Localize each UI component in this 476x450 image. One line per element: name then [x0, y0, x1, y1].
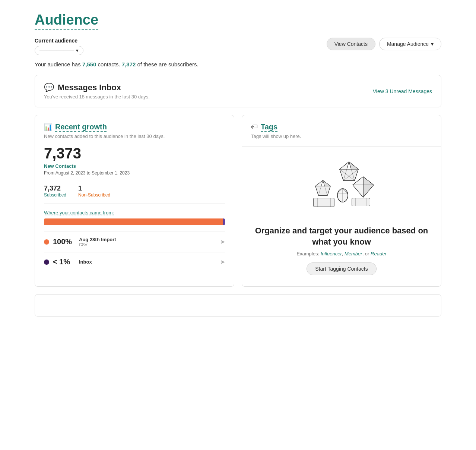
tags-title[interactable]: Tags [261, 123, 277, 131]
progress-bar-purple [223, 218, 225, 225]
source-dot-purple [44, 259, 49, 265]
non-subscribed-count: 1 [78, 185, 110, 192]
source-dot-orange [44, 239, 49, 245]
total-contacts: 7,550 [82, 61, 96, 67]
subscribed-stat: 7,372 Subscribed [44, 185, 66, 198]
svg-marker-28 [363, 177, 374, 197]
source1-type: CSV [79, 242, 116, 247]
messages-inbox-title-row: 💬 Messages Inbox [44, 83, 150, 92]
date-range: From August 2, 2023 to September 1, 2023 [44, 170, 225, 176]
recent-growth-card: 📊 Recent growth New contacts added to th… [35, 115, 234, 287]
subscribers-count: 7,372 [122, 61, 136, 67]
audience-summary-prefix: Your audience has [35, 61, 82, 67]
tags-title-row: 🏷 Tags [251, 123, 432, 131]
comma1: , [342, 251, 345, 257]
tags-cta-subtitle: Examples: Influencer, Member, or Reader [296, 251, 386, 257]
two-col-layout: 📊 Recent growth New contacts added to th… [35, 115, 441, 287]
svg-rect-15 [314, 198, 334, 207]
source2-pct: < 1% [53, 258, 75, 266]
example-reader: Reader [371, 251, 387, 257]
svg-marker-11 [315, 186, 330, 195]
non-subscribed-stat: 1 Non-Subscribed [78, 185, 110, 198]
messages-inbox-left: 💬 Messages Inbox You've received 18 mess… [44, 83, 150, 100]
comma2: , or [362, 251, 371, 257]
source1-name: Aug 28th Import [79, 237, 116, 242]
growth-big-number: 7,373 [44, 145, 225, 162]
source1-pct: 100% [53, 237, 75, 246]
new-contacts-label: New Contacts [44, 163, 225, 169]
contacts-from-text: Where your contacts came from [44, 210, 112, 215]
tags-cta-title: Organize and target your audience based … [251, 225, 432, 247]
gems-illustration [304, 158, 379, 218]
start-tagging-button[interactable]: Start Tagging Contacts [307, 262, 376, 275]
messages-inbox-title: Messages Inbox [58, 83, 121, 92]
tags-cta-section: Organize and target your audience based … [242, 147, 441, 286]
audience-summary: Your audience has 7,550 contacts. 7,372 … [35, 61, 441, 67]
header-buttons: View Contacts Manage Audience ▾ [327, 38, 441, 50]
bottom-card [35, 294, 441, 317]
contacts-from-section: Where your contacts came from: 100% Aug … [44, 204, 225, 271]
subscribed-count: 7,372 [44, 185, 66, 192]
source-row-import: 100% Aug 28th Import CSV ➤ [44, 231, 225, 252]
audience-dropdown[interactable]: ────────── ▾ [35, 46, 83, 55]
progress-bar-orange [44, 218, 223, 225]
chevron-down-icon: ▾ [431, 41, 434, 47]
colon: : [112, 210, 114, 215]
tags-card: 🏷 Tags Tags will show up here. [242, 115, 441, 287]
progress-bar [44, 218, 225, 225]
source2-name: Inbox [79, 259, 92, 265]
recent-growth-title-row: 📊 Recent growth [44, 123, 225, 131]
examples-prefix: Examples: [296, 251, 320, 257]
svg-rect-24 [352, 198, 370, 206]
bar-chart-icon: 📊 [44, 123, 52, 131]
header-row: Current audience ────────── ▾ View Conta… [35, 38, 441, 55]
source2-info: Inbox [79, 259, 92, 265]
view-contacts-button[interactable]: View Contacts [327, 38, 375, 50]
tag-icon: 🏷 [251, 123, 258, 131]
growth-sub-stats: 7,372 Subscribed 1 Non-Subscribed [44, 182, 225, 198]
subscribers-text: of these are subscribers. [136, 61, 198, 67]
example-member: Member [345, 251, 362, 257]
page-title: Audience [35, 12, 98, 30]
svg-marker-3 [340, 169, 358, 180]
chat-icon: 💬 [44, 83, 54, 92]
send-icon-1: ➤ [220, 238, 225, 245]
current-audience-section: Current audience ────────── ▾ [35, 38, 83, 55]
contacts-from-label: Where your contacts came from: [44, 210, 225, 215]
manage-audience-button[interactable]: Manage Audience ▾ [379, 38, 441, 50]
tags-card-upper: 🏷 Tags Tags will show up here. [242, 115, 441, 147]
contacts-text: contacts. [96, 61, 121, 67]
audience-dropdown-value: ────────── [39, 48, 74, 53]
recent-growth-subtitle: New contacts added to this audience in t… [44, 133, 225, 139]
source-row-inbox: < 1% Inbox ➤ [44, 252, 225, 271]
messages-inbox-card: 💬 Messages Inbox You've received 18 mess… [35, 75, 441, 107]
non-subscribed-label: Non-Subscribed [78, 192, 110, 198]
messages-inbox-subtitle: You've received 18 messages in the last … [44, 94, 150, 100]
recent-growth-title[interactable]: Recent growth [55, 123, 107, 131]
send-icon-2: ➤ [220, 258, 225, 265]
source1-info: Aug 28th Import CSV [79, 237, 116, 247]
manage-audience-label: Manage Audience [387, 41, 429, 47]
view-unread-messages-link[interactable]: View 3 Unread Messages [373, 88, 432, 94]
chevron-down-icon: ▾ [76, 48, 79, 53]
tags-subtitle: Tags will show up here. [251, 133, 432, 139]
current-audience-label: Current audience [35, 38, 83, 44]
subscribed-label: Subscribed [44, 192, 66, 198]
example-influencer: Influencer [321, 251, 342, 257]
